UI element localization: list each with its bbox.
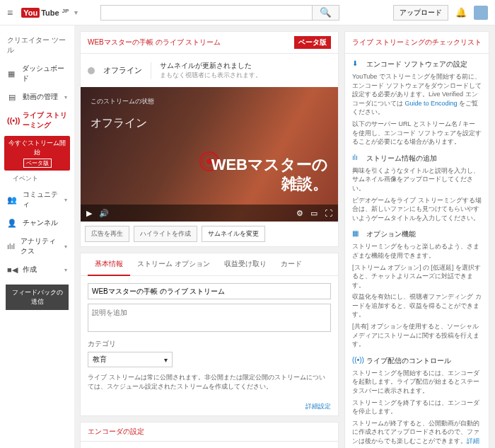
chevron-icon: ▾ xyxy=(64,267,67,273)
checklist-icon: ((•)) xyxy=(352,356,362,366)
link[interactable]: 詳細 xyxy=(467,437,479,444)
checklist-item-title: オプション機能 xyxy=(366,229,416,239)
encoder-panel: エンコーダの設定 サーバー URL ストリーム名 / キー 表示 xyxy=(80,422,339,448)
checklist-text: ストリーミングを開始するには、エンコーダを起動します。ライブ配信が始まるとステー… xyxy=(352,369,482,396)
sidebar-item[interactable]: 👥コミュニティ▾ xyxy=(0,185,74,214)
checklist-item-title: エンコード ソフトウェアの設定 xyxy=(366,59,467,69)
checklist-text: 以下のサーバー URL とストリーム名 / キーを使用し、エンコード ソフトウェ… xyxy=(352,120,482,147)
info-panel: 基本情報ストリーム オプション収益受け取りカード カテゴリ 教育 ▾ ライブ ス… xyxy=(80,253,339,416)
status-label: オフライン xyxy=(103,65,142,76)
checklist-item: ⬇エンコード ソフトウェアの設定YouTube でストリーミングを開始する前に、… xyxy=(352,59,482,147)
status-dot-icon xyxy=(88,67,95,74)
sidebar-item-label: チャンネル xyxy=(23,218,58,228)
create-highlight-button[interactable]: ハイライトを作成 xyxy=(134,226,197,242)
checklist-text: 興味を引くようなタイトルと説明を入力し、サムネイル画像をアップロードしてください… xyxy=(352,166,482,193)
sidebar-item[interactable]: ▦ダッシュボード xyxy=(0,59,74,88)
checklist-icon: ılı xyxy=(352,154,362,163)
checklist-panel: ライブ ストリーミングのチェックリスト ⬇エンコード ソフトウェアの設定YouT… xyxy=(344,31,489,448)
sidebar-item-label: アナリティクス xyxy=(21,236,59,256)
sidebar-item[interactable]: ■◀作成▾ xyxy=(0,260,74,279)
avatar[interactable] xyxy=(474,6,488,20)
notifications-icon[interactable]: 🔔 xyxy=(455,7,467,18)
visibility-note: ライブ ストリームは常に公開されます。非公開または限定公開のストリームについては… xyxy=(88,373,331,391)
search-input[interactable] xyxy=(100,5,313,21)
description-input[interactable] xyxy=(88,304,331,332)
tab[interactable]: ストリーム オプション xyxy=(130,253,217,275)
sidebar-item-icon: 👥 xyxy=(7,195,17,205)
logo-region: JP xyxy=(62,8,69,14)
change-thumbnail-button[interactable]: サムネイルを変更 xyxy=(202,226,265,242)
feedback-button[interactable]: フィードバックの送信 xyxy=(6,285,69,310)
sidebar-item[interactable]: 👤チャンネル xyxy=(0,214,74,232)
settings-icon[interactable]: ⚙ xyxy=(296,209,303,218)
link[interactable]: Guide to Encoding xyxy=(405,100,458,107)
sidebar-stream-now[interactable]: 今すぐストリーム開始ベータ版 xyxy=(4,136,70,171)
chevron-icon: ▾ xyxy=(64,94,67,100)
player-offline-text: オフライン xyxy=(91,116,328,131)
sidebar-title: クリエイター ツール xyxy=(0,31,74,59)
status-message: サムネイルが更新されました xyxy=(160,61,262,71)
checklist-item-title: ライブ配信のコントロール xyxy=(366,356,451,366)
play-icon[interactable]: ▶ xyxy=(86,209,92,218)
checklist-item: ▦オプション機能ストリーミングをもっと楽しめるよう、さまざまな機能を使用できます… xyxy=(352,229,482,349)
category-label: カテゴリ xyxy=(88,339,331,349)
chevron-down-icon: ▾ xyxy=(164,356,168,364)
category-value: 教育 xyxy=(93,355,107,364)
fullscreen-icon[interactable]: ⛶ xyxy=(325,209,332,217)
logo-badge: You xyxy=(21,8,40,18)
tabs: 基本情報ストリーム オプション収益受け取りカード xyxy=(81,253,338,276)
sidebar-item-label: 動画の管理 xyxy=(23,92,58,102)
category-select[interactable]: 教育 ▾ xyxy=(88,352,173,367)
title-input[interactable] xyxy=(88,283,331,299)
checklist-text: 収益化を有効にし、視聴者ファンディング カードを追加すると、収益を得ることができ… xyxy=(352,292,482,319)
theater-icon[interactable]: ▭ xyxy=(310,209,318,218)
checklist-title: ライブ ストリーミングのチェックリスト xyxy=(345,32,489,54)
sidebar-item-label: 作成 xyxy=(23,265,37,275)
tab[interactable]: 基本情報 xyxy=(88,253,130,276)
checklist-icon: ▦ xyxy=(352,229,362,239)
checklist-text: ストリーミングをもっと楽しめるよう、さまざまな機能を使用できます。 xyxy=(352,242,482,260)
checklist-text: ストリームが終了すると、公開動画が自動的に作成されてアップロードされるので、ファ… xyxy=(352,419,482,446)
chevron-icon: ▾ xyxy=(64,197,67,203)
replay-ad-button[interactable]: 広告を再生 xyxy=(85,226,129,242)
beta-badge: ベータ版 xyxy=(294,36,331,49)
sidebar-item-icon: 👤 xyxy=(7,219,17,228)
encoder-title: エンコーダの設定 xyxy=(81,423,338,442)
sidebar: クリエイター ツール ▦ダッシュボード▤動画の管理▾((•))ライブ ストリーミ… xyxy=(0,25,74,448)
sidebar-item-icon: ((•)) xyxy=(7,116,17,125)
checklist-text: ストリーミングを終了するには、エンコーダを停止します。 xyxy=(352,398,482,416)
volume-icon[interactable]: 🔊 xyxy=(99,209,109,218)
tab[interactable]: カード xyxy=(274,253,309,275)
tab[interactable]: 収益受け取り xyxy=(217,253,274,275)
checklist-item-title: ストリーム情報の追加 xyxy=(366,154,437,163)
checklist-text: [ストリーム オプション] の [低遅延] を選択すると、チャットよりスムーズに… xyxy=(352,263,482,290)
search-form: 🔍 xyxy=(100,5,339,21)
video-player[interactable]: このストリームの状態 オフライン WEBマスターの雑談。 ▶ 🔊 ⚙ ▭ ⛶ xyxy=(81,87,338,222)
checklist-icon: ⬇ xyxy=(352,59,362,69)
menu-icon[interactable]: ≡ xyxy=(7,7,13,18)
checklist-text: [共有] オプションを使用すると、ソーシャル メディアにストリームに関する投稿を… xyxy=(352,322,482,349)
sidebar-event[interactable]: イベント xyxy=(0,172,74,185)
sidebar-item-icon: ılıl xyxy=(7,242,15,251)
stream-panel: WEBマスターの手帳 のライブ ストリーム ベータ版 オフライン サムネイルが更… xyxy=(80,31,339,247)
sidebar-item-label: コミュニティ xyxy=(23,190,59,209)
sidebar-item-icon: ■◀ xyxy=(7,265,17,275)
advanced-settings-link[interactable]: 詳細設定 xyxy=(81,398,338,415)
sidebar-item-icon: ▤ xyxy=(7,93,17,102)
player-title: WEBマスターの雑談。 xyxy=(211,156,328,193)
logo[interactable]: YouTube JP xyxy=(21,8,69,18)
checklist-item: ((•))ライブ配信のコントロールストリーミングを開始するには、エンコーダを起動… xyxy=(352,356,482,448)
checklist-text: ビデオゲームをライブ ストリーミングする場合は、新しいファンにも見つけてもらいや… xyxy=(352,196,482,223)
sidebar-item[interactable]: ılılアナリティクス▾ xyxy=(0,232,74,260)
sidebar-item[interactable]: ▤動画の管理▾ xyxy=(0,88,74,106)
checklist-text: YouTube でストリーミングを開始する前に、エンコード ソフトウェアをダウン… xyxy=(352,72,482,117)
sidebar-item[interactable]: ((•))ライブ ストリーミング xyxy=(0,106,74,134)
search-button[interactable]: 🔍 xyxy=(313,5,339,21)
upload-button[interactable]: アップロード xyxy=(393,5,448,21)
status-submessage: まもなく視聴者にも表示されます。 xyxy=(160,71,262,80)
stream-panel-header: WEBマスターの手帳 のライブ ストリーム ベータ版 xyxy=(81,32,338,54)
dropdown-icon[interactable]: ▾ xyxy=(74,8,78,16)
player-actions: 広告を再生 ハイライトを作成 サムネイルを変更 xyxy=(81,222,338,246)
logo-text: Tube xyxy=(41,8,59,17)
sidebar-item-label: ダッシュボード xyxy=(22,64,67,84)
